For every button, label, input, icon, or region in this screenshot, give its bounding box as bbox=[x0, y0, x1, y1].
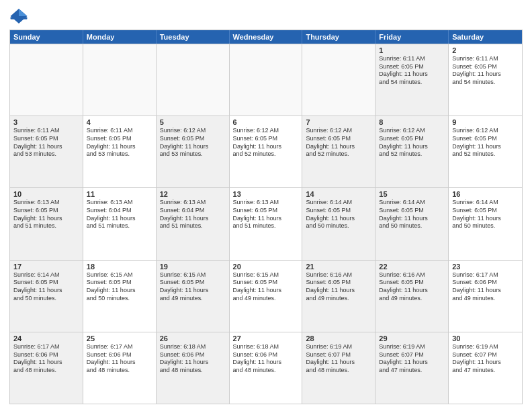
day-cell-7: 7Sunrise: 6:12 AM Sunset: 6:05 PM Daylig… bbox=[302, 116, 375, 187]
day-number: 30 bbox=[452, 334, 519, 342]
empty-cell-0-0 bbox=[10, 44, 83, 116]
weekday-header-tuesday: Tuesday bbox=[157, 30, 230, 44]
day-number: 28 bbox=[306, 334, 371, 342]
logo bbox=[9, 7, 31, 26]
calendar-row-4: 17Sunrise: 6:14 AM Sunset: 6:05 PM Dayli… bbox=[10, 260, 522, 332]
day-number: 5 bbox=[160, 118, 226, 126]
day-info: Sunrise: 6:11 AM Sunset: 6:05 PM Dayligh… bbox=[452, 55, 519, 87]
day-cell-16: 16Sunrise: 6:14 AM Sunset: 6:05 PM Dayli… bbox=[449, 188, 522, 259]
day-cell-28: 28Sunrise: 6:19 AM Sunset: 6:07 PM Dayli… bbox=[302, 332, 375, 404]
day-number: 16 bbox=[452, 190, 519, 198]
day-cell-12: 12Sunrise: 6:13 AM Sunset: 6:04 PM Dayli… bbox=[157, 188, 230, 259]
header bbox=[9, 7, 523, 26]
day-cell-18: 18Sunrise: 6:15 AM Sunset: 6:05 PM Dayli… bbox=[83, 261, 157, 332]
day-cell-10: 10Sunrise: 6:13 AM Sunset: 6:05 PM Dayli… bbox=[10, 188, 83, 259]
day-info: Sunrise: 6:16 AM Sunset: 6:05 PM Dayligh… bbox=[306, 271, 371, 303]
day-number: 1 bbox=[379, 46, 445, 54]
empty-cell-0-4 bbox=[302, 44, 375, 116]
day-number: 24 bbox=[13, 334, 79, 342]
day-cell-29: 29Sunrise: 6:19 AM Sunset: 6:07 PM Dayli… bbox=[375, 332, 449, 404]
day-cell-20: 20Sunrise: 6:15 AM Sunset: 6:05 PM Dayli… bbox=[230, 261, 303, 332]
day-number: 21 bbox=[306, 263, 371, 271]
day-info: Sunrise: 6:17 AM Sunset: 6:06 PM Dayligh… bbox=[13, 343, 79, 375]
empty-cell-0-2 bbox=[157, 44, 230, 116]
day-cell-14: 14Sunrise: 6:14 AM Sunset: 6:05 PM Dayli… bbox=[302, 188, 375, 259]
calendar-header: SundayMondayTuesdayWednesdayThursdayFrid… bbox=[10, 30, 522, 44]
day-info: Sunrise: 6:14 AM Sunset: 6:05 PM Dayligh… bbox=[379, 199, 445, 230]
day-number: 18 bbox=[87, 263, 152, 271]
day-info: Sunrise: 6:12 AM Sunset: 6:05 PM Dayligh… bbox=[379, 127, 445, 158]
day-info: Sunrise: 6:16 AM Sunset: 6:05 PM Dayligh… bbox=[379, 271, 445, 303]
day-number: 15 bbox=[379, 190, 445, 198]
day-cell-13: 13Sunrise: 6:13 AM Sunset: 6:05 PM Dayli… bbox=[230, 188, 303, 259]
weekday-header-monday: Monday bbox=[83, 30, 157, 44]
calendar-row-2: 3Sunrise: 6:11 AM Sunset: 6:05 PM Daylig… bbox=[10, 116, 522, 187]
day-cell-24: 24Sunrise: 6:17 AM Sunset: 6:06 PM Dayli… bbox=[10, 332, 83, 404]
calendar: SundayMondayTuesdayWednesdayThursdayFrid… bbox=[9, 30, 523, 404]
day-cell-23: 23Sunrise: 6:17 AM Sunset: 6:06 PM Dayli… bbox=[449, 261, 522, 332]
day-info: Sunrise: 6:15 AM Sunset: 6:05 PM Dayligh… bbox=[160, 271, 226, 303]
day-cell-3: 3Sunrise: 6:11 AM Sunset: 6:05 PM Daylig… bbox=[10, 116, 83, 187]
day-number: 8 bbox=[379, 118, 445, 126]
weekday-header-friday: Friday bbox=[375, 30, 449, 44]
day-number: 2 bbox=[452, 46, 519, 54]
day-cell-21: 21Sunrise: 6:16 AM Sunset: 6:05 PM Dayli… bbox=[302, 261, 375, 332]
day-number: 27 bbox=[233, 334, 299, 342]
day-number: 17 bbox=[13, 263, 79, 271]
day-number: 9 bbox=[452, 118, 519, 126]
day-number: 7 bbox=[306, 118, 371, 126]
day-info: Sunrise: 6:11 AM Sunset: 6:05 PM Dayligh… bbox=[87, 127, 152, 158]
day-number: 3 bbox=[13, 118, 79, 126]
day-number: 4 bbox=[87, 118, 152, 126]
day-cell-30: 30Sunrise: 6:19 AM Sunset: 6:07 PM Dayli… bbox=[449, 332, 522, 404]
day-number: 25 bbox=[87, 334, 152, 342]
calendar-row-5: 24Sunrise: 6:17 AM Sunset: 6:06 PM Dayli… bbox=[10, 332, 522, 404]
weekday-header-saturday: Saturday bbox=[449, 30, 522, 44]
day-info: Sunrise: 6:14 AM Sunset: 6:05 PM Dayligh… bbox=[306, 199, 371, 230]
day-cell-26: 26Sunrise: 6:18 AM Sunset: 6:06 PM Dayli… bbox=[157, 332, 230, 404]
day-info: Sunrise: 6:18 AM Sunset: 6:06 PM Dayligh… bbox=[160, 343, 226, 375]
day-cell-6: 6Sunrise: 6:12 AM Sunset: 6:05 PM Daylig… bbox=[230, 116, 303, 187]
day-info: Sunrise: 6:19 AM Sunset: 6:07 PM Dayligh… bbox=[452, 343, 519, 375]
day-cell-22: 22Sunrise: 6:16 AM Sunset: 6:05 PM Dayli… bbox=[375, 261, 449, 332]
day-info: Sunrise: 6:11 AM Sunset: 6:05 PM Dayligh… bbox=[379, 55, 445, 87]
day-info: Sunrise: 6:12 AM Sunset: 6:05 PM Dayligh… bbox=[160, 127, 226, 158]
day-cell-11: 11Sunrise: 6:13 AM Sunset: 6:04 PM Dayli… bbox=[83, 188, 157, 259]
day-info: Sunrise: 6:11 AM Sunset: 6:05 PM Dayligh… bbox=[13, 127, 79, 158]
day-number: 13 bbox=[233, 190, 299, 198]
day-info: Sunrise: 6:19 AM Sunset: 6:07 PM Dayligh… bbox=[306, 343, 371, 375]
day-info: Sunrise: 6:18 AM Sunset: 6:06 PM Dayligh… bbox=[233, 343, 299, 375]
day-info: Sunrise: 6:12 AM Sunset: 6:05 PM Dayligh… bbox=[306, 127, 371, 158]
empty-cell-0-3 bbox=[230, 44, 303, 116]
day-info: Sunrise: 6:13 AM Sunset: 6:05 PM Dayligh… bbox=[233, 199, 299, 230]
day-info: Sunrise: 6:13 AM Sunset: 6:04 PM Dayligh… bbox=[87, 199, 152, 230]
day-number: 26 bbox=[160, 334, 226, 342]
day-cell-19: 19Sunrise: 6:15 AM Sunset: 6:05 PM Dayli… bbox=[157, 261, 230, 332]
day-cell-8: 8Sunrise: 6:12 AM Sunset: 6:05 PM Daylig… bbox=[375, 116, 449, 187]
day-number: 19 bbox=[160, 263, 226, 271]
day-cell-15: 15Sunrise: 6:14 AM Sunset: 6:05 PM Dayli… bbox=[375, 188, 449, 259]
svg-rect-3 bbox=[11, 17, 28, 19]
day-cell-4: 4Sunrise: 6:11 AM Sunset: 6:05 PM Daylig… bbox=[83, 116, 157, 187]
day-number: 6 bbox=[233, 118, 299, 126]
day-info: Sunrise: 6:19 AM Sunset: 6:07 PM Dayligh… bbox=[379, 343, 445, 375]
day-number: 12 bbox=[160, 190, 226, 198]
weekday-header-thursday: Thursday bbox=[302, 30, 375, 44]
day-cell-27: 27Sunrise: 6:18 AM Sunset: 6:06 PM Dayli… bbox=[230, 332, 303, 404]
empty-cell-0-1 bbox=[83, 44, 157, 116]
calendar-body: 1Sunrise: 6:11 AM Sunset: 6:05 PM Daylig… bbox=[10, 44, 522, 404]
day-info: Sunrise: 6:17 AM Sunset: 6:06 PM Dayligh… bbox=[87, 343, 152, 375]
day-cell-1: 1Sunrise: 6:11 AM Sunset: 6:05 PM Daylig… bbox=[375, 44, 449, 116]
day-info: Sunrise: 6:15 AM Sunset: 6:05 PM Dayligh… bbox=[233, 271, 299, 303]
page: SundayMondayTuesdayWednesdayThursdayFrid… bbox=[0, 0, 532, 411]
day-info: Sunrise: 6:13 AM Sunset: 6:05 PM Dayligh… bbox=[13, 199, 79, 230]
day-number: 11 bbox=[87, 190, 152, 198]
day-cell-2: 2Sunrise: 6:11 AM Sunset: 6:05 PM Daylig… bbox=[449, 44, 522, 116]
day-cell-17: 17Sunrise: 6:14 AM Sunset: 6:05 PM Dayli… bbox=[10, 261, 83, 332]
day-info: Sunrise: 6:14 AM Sunset: 6:05 PM Dayligh… bbox=[452, 199, 519, 230]
weekday-header-sunday: Sunday bbox=[10, 30, 83, 44]
day-info: Sunrise: 6:15 AM Sunset: 6:05 PM Dayligh… bbox=[87, 271, 152, 303]
day-cell-5: 5Sunrise: 6:12 AM Sunset: 6:05 PM Daylig… bbox=[157, 116, 230, 187]
day-number: 14 bbox=[306, 190, 371, 198]
calendar-row-3: 10Sunrise: 6:13 AM Sunset: 6:05 PM Dayli… bbox=[10, 187, 522, 259]
